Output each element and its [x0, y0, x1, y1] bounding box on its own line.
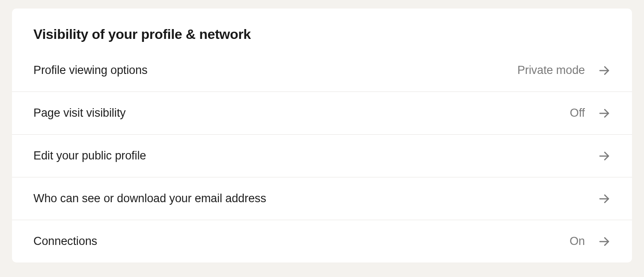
- setting-right: On: [569, 235, 611, 248]
- setting-row-edit-public-profile[interactable]: Edit your public profile: [12, 134, 632, 177]
- setting-label: Page visit visibility: [33, 106, 125, 120]
- section-title: Visibility of your profile & network: [12, 9, 632, 57]
- setting-label: Edit your public profile: [33, 149, 146, 162]
- arrow-right-icon: [598, 64, 611, 77]
- setting-right: Private mode: [517, 64, 611, 77]
- setting-value: Off: [570, 106, 585, 120]
- setting-row-page-visit-visibility[interactable]: Page visit visibility Off: [12, 91, 632, 134]
- settings-list: Profile viewing options Private mode Pag…: [12, 57, 632, 262]
- arrow-right-icon: [598, 235, 611, 248]
- setting-right: Off: [570, 106, 611, 120]
- setting-label: Profile viewing options: [33, 64, 147, 77]
- setting-value: On: [569, 235, 585, 248]
- arrow-right-icon: [598, 107, 611, 120]
- arrow-right-icon: [598, 150, 611, 162]
- setting-value: Private mode: [517, 64, 585, 77]
- setting-row-connections[interactable]: Connections On: [12, 220, 632, 262]
- settings-card: Visibility of your profile & network Pro…: [12, 9, 632, 262]
- setting-label: Who can see or download your email addre…: [33, 192, 266, 205]
- arrow-right-icon: [598, 192, 611, 205]
- setting-row-email-visibility[interactable]: Who can see or download your email addre…: [12, 177, 632, 220]
- setting-right: [585, 150, 611, 162]
- setting-right: [585, 192, 611, 205]
- setting-label: Connections: [33, 235, 97, 248]
- setting-row-profile-viewing-options[interactable]: Profile viewing options Private mode: [12, 57, 632, 91]
